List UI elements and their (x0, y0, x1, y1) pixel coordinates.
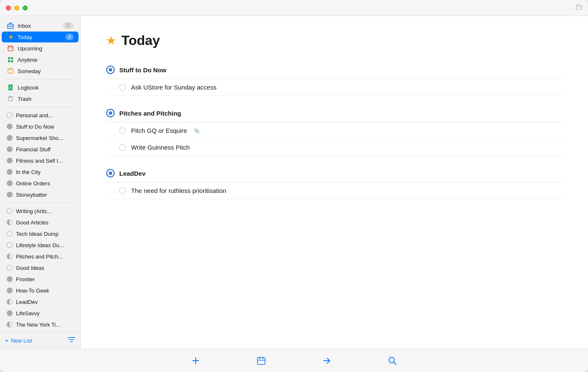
lifesavvy-label: LifeSavvy (16, 310, 74, 317)
section-title-leaddev: LeadDev (119, 170, 146, 177)
section-leaddev: LeadDev The need for ruthless prioritisa… (106, 169, 563, 199)
titlebar (0, 0, 588, 16)
sidebar-item-in-the-city[interactable]: In the City (2, 166, 79, 177)
sidebar-item-tech-ideas[interactable]: Tech Ideas Dump (2, 228, 79, 239)
arrow-right-icon (322, 356, 331, 365)
tech-ideas-icon (7, 231, 13, 237)
minimize-button[interactable] (14, 5, 19, 11)
sidebar-item-lifesavvy[interactable]: LifeSavvy (2, 308, 79, 319)
writing-group-icon (7, 208, 13, 214)
svg-rect-3 (9, 23, 12, 24)
task-item-ask-ustore[interactable]: Ask UStore for Sunday access (106, 79, 563, 96)
svg-rect-12 (11, 60, 13, 62)
maximize-button[interactable] (23, 5, 28, 11)
task-item-ruthless[interactable]: The need for ruthless prioritisation (106, 182, 563, 199)
sidebar-item-supermarket[interactable]: Supermarket Sho... (2, 132, 79, 143)
sidebar-scroll: Inbox 37 ★ Today 4 (0, 16, 80, 332)
filter-button[interactable] (68, 337, 75, 344)
sidebar-item-stuff-to-do-now[interactable]: Stuff to Do Now (2, 121, 79, 132)
trash-label: Trash (18, 96, 74, 102)
stoneybatter-icon (7, 192, 13, 198)
new-list-plus-icon: + (5, 337, 8, 344)
bottom-bar (0, 348, 588, 372)
sidebar-item-lifestyle-ideas[interactable]: Lifestyle Ideas Du... (2, 240, 79, 251)
sidebar-item-anytime[interactable]: Anytime (2, 54, 79, 65)
task-checkbox-pitch-gq[interactable] (119, 127, 126, 134)
svg-rect-10 (11, 57, 13, 59)
task-item-write-guinness[interactable]: Write Guinness Pitch (106, 139, 563, 156)
sidebar-item-trash[interactable]: Trash (2, 93, 79, 104)
task-checkbox-write-guinness[interactable] (119, 144, 126, 151)
new-list-button[interactable]: + New List (5, 337, 32, 344)
lifesavvy-icon (7, 310, 13, 316)
sidebar-item-upcoming[interactable]: Upcoming (2, 43, 79, 54)
svg-rect-13 (8, 69, 13, 73)
inbox-count: 37 (63, 22, 74, 29)
trash-icon (7, 95, 14, 103)
arrow-button[interactable] (319, 353, 334, 368)
svg-rect-30 (257, 358, 265, 364)
good-articles-label: Good Articles (16, 219, 74, 226)
someday-icon (7, 67, 14, 75)
divider-3 (5, 203, 75, 203)
sidebar-item-inbox[interactable]: Inbox 37 (2, 20, 79, 31)
sidebar-item-nyt[interactable]: The New York Ti... (2, 319, 79, 330)
svg-rect-4 (10, 24, 11, 24)
search-button[interactable] (385, 353, 400, 368)
sidebar-item-online-orders[interactable]: Online Orders (2, 178, 79, 189)
calendar-button[interactable] (254, 353, 269, 368)
sidebar-item-frontier[interactable]: Frontier (2, 274, 79, 285)
today-count: 4 (66, 34, 74, 40)
anytime-icon (7, 56, 14, 63)
sidebar-group-writing[interactable]: Writing (Artic... (2, 206, 79, 216)
sidebar-item-good-ideas[interactable]: Good Ideas (2, 262, 79, 273)
pitches-icon (7, 253, 13, 259)
add-icon (191, 356, 200, 365)
sidebar-item-stoneybatter[interactable]: Stoneybatter (2, 189, 79, 200)
supermarket-icon (7, 135, 13, 141)
calendar-icon (257, 356, 266, 365)
section-title-pitches: Pitches and Pitching (119, 110, 181, 117)
task-item-pitch-gq[interactable]: Pitch GQ or Esquire 📎 (106, 122, 563, 139)
sidebar-item-financial[interactable]: Financial Stuff (2, 144, 79, 155)
online-orders-label: Online Orders (16, 180, 74, 187)
sidebar-item-fitness[interactable]: Fitness and Self I... (2, 155, 79, 166)
svg-rect-0 (576, 5, 581, 10)
sidebar-group-personal[interactable]: Personal and... (2, 110, 79, 121)
online-orders-icon (7, 180, 13, 186)
stuff-to-do-now-icon (7, 124, 13, 129)
sidebar-item-good-articles[interactable]: Good Articles (2, 217, 79, 228)
upcoming-icon (7, 45, 14, 52)
sidebar-item-how-to-geek[interactable]: How-To Geek (2, 285, 79, 296)
add-button[interactable] (188, 353, 203, 368)
how-to-geek-label: How-To Geek (16, 288, 74, 294)
today-label: Today (18, 34, 64, 40)
nyt-label: The New York Ti... (16, 322, 74, 328)
sidebar-item-today[interactable]: ★ Today 4 (2, 32, 79, 42)
sidebar-item-someday[interactable]: Someday (2, 66, 79, 77)
someday-label: Someday (18, 68, 74, 74)
inbox-label: Inbox (18, 23, 61, 29)
lifestyle-ideas-icon (7, 242, 13, 248)
task-label-ask-ustore: Ask UStore for Sunday access (131, 84, 216, 91)
task-checkbox-ruthless[interactable] (119, 187, 126, 194)
sidebar-item-pitches[interactable]: Pitches and Pitch... (2, 251, 79, 262)
traffic-lights (6, 5, 28, 11)
logbook-icon (7, 84, 14, 91)
task-label-pitch-gq: Pitch GQ or Esquire (131, 127, 187, 134)
logbook-label: Logbook (18, 84, 74, 91)
section-header-leaddev: LeadDev (106, 169, 563, 182)
titlebar-right (575, 4, 582, 12)
sidebar-item-leaddev[interactable]: LeadDev (2, 296, 79, 307)
close-button[interactable] (6, 5, 11, 11)
good-ideas-label: Good Ideas (16, 265, 74, 271)
divider-1 (5, 79, 75, 79)
sidebar-item-logbook[interactable]: Logbook (2, 82, 79, 93)
good-articles-icon (7, 219, 13, 225)
supermarket-label: Supermarket Sho... (16, 135, 74, 141)
how-to-geek-icon (7, 288, 13, 293)
leaddev-icon (7, 299, 13, 305)
svg-point-23 (109, 68, 112, 71)
svg-rect-9 (8, 57, 10, 59)
task-checkbox-ask-ustore[interactable] (119, 84, 126, 91)
